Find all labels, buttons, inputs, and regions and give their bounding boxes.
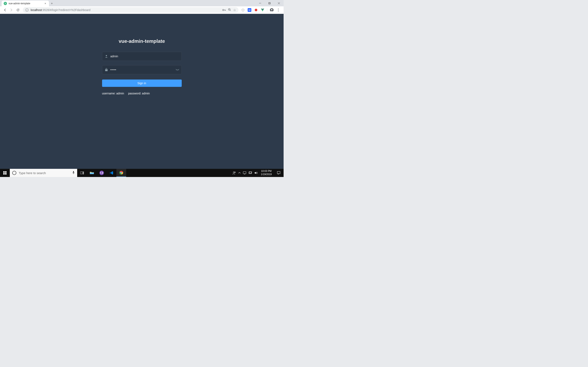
system-tray: 10:03 PM 1/19/2019 (231, 169, 284, 177)
svg-point-14 (271, 9, 272, 10)
svg-point-15 (278, 8, 279, 9)
key-icon[interactable] (222, 8, 226, 12)
windows-icon (3, 171, 7, 175)
tray-datetime[interactable]: 10:03 PM 1/19/2019 (259, 170, 274, 176)
extension-vue-icon[interactable] (260, 7, 265, 13)
extension-cube-icon[interactable] (240, 7, 246, 13)
window-controls (255, 0, 284, 6)
svg-point-34 (99, 171, 104, 175)
tray-date: 1/19/2019 (261, 173, 272, 176)
new-tab-button[interactable]: + (49, 1, 55, 6)
chrome-button[interactable] (116, 169, 126, 177)
svg-rect-33 (90, 173, 94, 174)
zoom-icon[interactable] (228, 8, 231, 12)
page-content: vue-admin-template Sign in username: adm… (0, 14, 284, 169)
login-tips: username: admin password: admin (102, 92, 182, 95)
minimize-button[interactable] (255, 0, 265, 6)
toolbar-extensions: Ui (240, 7, 282, 13)
reload-button[interactable] (15, 7, 21, 13)
svg-point-38 (233, 172, 234, 173)
svg-rect-23 (3, 171, 5, 173)
svg-line-22 (178, 70, 179, 71)
network-icon[interactable] (247, 169, 253, 177)
svg-rect-40 (243, 172, 246, 174)
svg-rect-26 (5, 173, 7, 175)
folder-icon (90, 171, 94, 175)
github-desktop-button[interactable] (97, 169, 107, 177)
tip-password: password: admin (128, 92, 150, 95)
svg-point-18 (106, 55, 107, 56)
menu-icon[interactable] (276, 7, 281, 13)
file-explorer-button[interactable] (87, 169, 97, 177)
close-tab-icon[interactable]: × (44, 2, 47, 5)
extension-ui-icon[interactable]: Ui (247, 7, 252, 13)
profile-icon[interactable] (269, 7, 275, 13)
url-port: :9528 (42, 8, 49, 12)
svg-rect-45 (277, 171, 280, 174)
maximize-button[interactable] (265, 0, 274, 6)
forward-button[interactable] (8, 7, 15, 13)
tray-time: 10:03 PM (261, 170, 272, 173)
login-form: vue-admin-template Sign in username: adm… (102, 38, 182, 169)
browser-tab-strip: V vue-admin-template × + (0, 0, 284, 6)
chrome-icon (119, 171, 123, 175)
cortana-icon (12, 171, 16, 175)
svg-rect-29 (80, 172, 83, 174)
password-group (102, 65, 182, 74)
tip-username: username: admin (102, 92, 124, 95)
tab-title: vue-admin-template (9, 2, 44, 5)
start-button[interactable] (0, 169, 10, 177)
maximize-icon (268, 2, 270, 4)
task-view-button[interactable] (77, 169, 87, 177)
username-group (102, 52, 182, 61)
browser-tab[interactable]: V vue-admin-template × (2, 1, 49, 6)
url-host: localhost (31, 8, 42, 12)
microphone-icon[interactable] (72, 171, 75, 175)
taskbar-search[interactable]: Type here to search (10, 169, 77, 177)
volume-icon[interactable] (253, 169, 259, 177)
url-path: /#/login?redirect=%2Fdashboard (49, 8, 90, 12)
toggle-password-visibility[interactable] (173, 69, 182, 71)
svg-point-16 (278, 10, 279, 10)
search-placeholder: Type here to search (19, 171, 46, 175)
vscode-button[interactable] (107, 169, 116, 177)
site-info-icon[interactable]: i (25, 8, 29, 12)
cast-icon[interactable] (242, 169, 247, 177)
back-button[interactable] (2, 7, 8, 13)
url-text: localhost:9528/#/login?redirect=%2Fdashb… (31, 8, 222, 12)
user-icon (102, 55, 111, 58)
sign-in-button[interactable]: Sign in (102, 80, 182, 87)
people-icon[interactable] (231, 169, 237, 177)
svg-line-20 (176, 70, 176, 71)
svg-rect-32 (83, 174, 84, 174)
username-input[interactable] (111, 52, 182, 60)
notifications-icon[interactable] (274, 169, 284, 177)
svg-rect-30 (83, 171, 84, 172)
svg-point-17 (278, 11, 279, 12)
address-bar[interactable]: i localhost:9528/#/login?redirect=%2Fdas… (23, 7, 238, 13)
svg-line-10 (230, 10, 231, 11)
svg-rect-31 (83, 173, 84, 173)
extension-adblock-icon[interactable] (253, 7, 259, 13)
close-icon (278, 2, 280, 4)
windows-taskbar: Type here to search 10:03 (0, 169, 284, 177)
task-view-icon (80, 171, 84, 174)
browser-toolbar: i localhost:9528/#/login?redirect=%2Fdas… (0, 6, 284, 14)
svg-point-5 (223, 9, 224, 11)
svg-rect-27 (73, 171, 74, 173)
svg-rect-1 (268, 3, 270, 4)
vscode-icon (109, 171, 113, 175)
reload-icon (16, 8, 20, 12)
star-icon[interactable]: ☆ (233, 8, 236, 12)
arrow-right-icon (10, 8, 13, 12)
password-input[interactable] (111, 66, 173, 74)
svg-rect-24 (5, 171, 7, 173)
close-window-button[interactable] (274, 0, 284, 6)
login-title: vue-admin-template (102, 38, 182, 44)
lock-icon (102, 68, 111, 71)
svg-rect-19 (105, 69, 108, 71)
svg-rect-2 (269, 2, 270, 4)
svg-point-39 (234, 172, 235, 173)
tray-chevron-icon[interactable] (237, 169, 242, 177)
svg-rect-25 (3, 173, 5, 175)
